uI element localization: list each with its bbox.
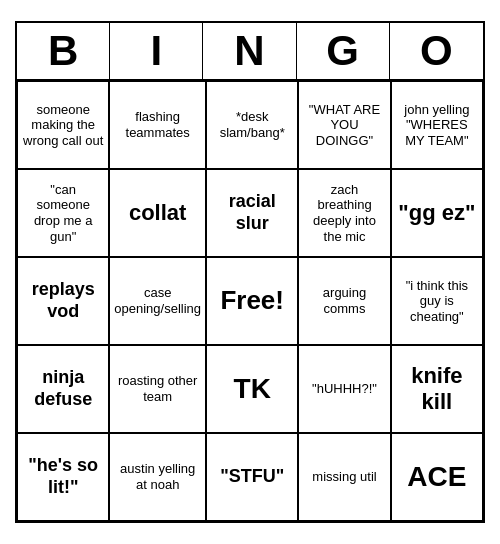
bingo-cell-11: case opening/selling — [109, 257, 206, 345]
bingo-cell-14: "i think this guy is cheating" — [391, 257, 483, 345]
bingo-grid: someone making the wrong call outflashin… — [17, 81, 483, 521]
bingo-cell-22: "STFU" — [206, 433, 298, 521]
bingo-cell-1: flashing teammates — [109, 81, 206, 169]
bingo-cell-20: "he's so lit!" — [17, 433, 109, 521]
bingo-cell-4: john yelling "WHERES MY TEAM" — [391, 81, 483, 169]
bingo-cell-16: roasting other team — [109, 345, 206, 433]
header-letter-i: I — [110, 23, 203, 79]
bingo-cell-6: collat — [109, 169, 206, 257]
bingo-cell-12: Free! — [206, 257, 298, 345]
bingo-cell-3: "WHAT ARE YOU DOINGG" — [298, 81, 390, 169]
header-letter-o: O — [390, 23, 483, 79]
bingo-cell-23: missing util — [298, 433, 390, 521]
bingo-cell-5: "can someone drop me a gun" — [17, 169, 109, 257]
bingo-cell-21: austin yelling at noah — [109, 433, 206, 521]
bingo-cell-24: ACE — [391, 433, 483, 521]
bingo-header: BINGO — [17, 23, 483, 81]
bingo-cell-15: ninja defuse — [17, 345, 109, 433]
bingo-cell-10: replays vod — [17, 257, 109, 345]
bingo-cell-13: arguing comms — [298, 257, 390, 345]
header-letter-n: N — [203, 23, 296, 79]
bingo-cell-17: TK — [206, 345, 298, 433]
bingo-cell-19: knife kill — [391, 345, 483, 433]
bingo-cell-2: *desk slam/bang* — [206, 81, 298, 169]
bingo-card: BINGO someone making the wrong call outf… — [15, 21, 485, 523]
bingo-cell-8: zach breathing deeply into the mic — [298, 169, 390, 257]
bingo-cell-0: someone making the wrong call out — [17, 81, 109, 169]
bingo-cell-7: racial slur — [206, 169, 298, 257]
header-letter-b: B — [17, 23, 110, 79]
bingo-cell-9: "gg ez" — [391, 169, 483, 257]
header-letter-g: G — [297, 23, 390, 79]
bingo-cell-18: "hUHHH?!" — [298, 345, 390, 433]
